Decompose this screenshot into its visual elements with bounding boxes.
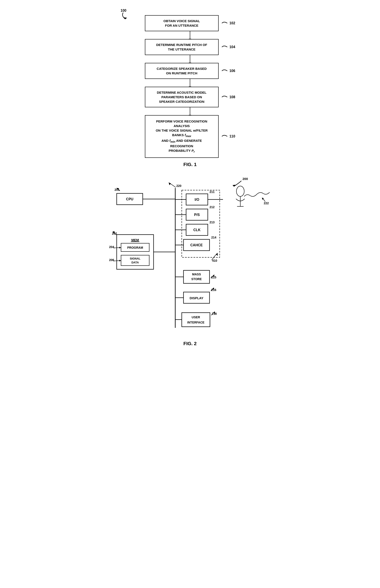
svg-point-3: [236, 186, 244, 196]
flow-row-106: CATEGORIZE SPEAKER BASEDON RUNTIME PITCH…: [108, 63, 272, 79]
svg-text:P/S: P/S: [194, 213, 200, 217]
svg-text:211: 211: [209, 190, 215, 194]
ref-108: 108: [229, 95, 235, 99]
fig2-svg: 200 222 220: [108, 176, 272, 341]
svg-text:USER: USER: [192, 315, 200, 319]
ref-110-arrow: [221, 134, 229, 139]
svg-text:220: 220: [176, 184, 182, 187]
microphone-illustration: 222: [236, 186, 270, 206]
svg-text:DATA: DATA: [132, 261, 139, 264]
flow-row-110: PERFORM VOICE RECOGNITION ANALYSIS ON TH…: [108, 115, 272, 158]
arrow-2: [190, 55, 190, 63]
step-106-box: CATEGORIZE SPEAKER BASEDON RUNTIME PITCH: [145, 63, 219, 79]
svg-text:I/O: I/O: [194, 198, 199, 202]
ref-106: 106: [229, 69, 235, 73]
svg-text:222: 222: [264, 202, 269, 205]
ref-100: 100: [121, 9, 126, 13]
ref-104-arrow: [221, 44, 229, 50]
fig2-inner: 200 222 220: [108, 176, 272, 341]
svg-text:213: 213: [209, 220, 215, 224]
ref-108-arrow: [221, 94, 229, 100]
flow-row-102: OBTAIN VOICE SIGNALFOR AN UTTERANCE 102: [108, 15, 272, 31]
svg-text:204: 204: [109, 245, 114, 249]
step-104-box: DETERMINE RUNTIME PITCH OFTHE UTTERANCE: [145, 39, 219, 55]
fig1-label: FIG. 1: [183, 162, 196, 167]
svg-text:MASS: MASS: [192, 273, 201, 276]
svg-text:MEM: MEM: [132, 238, 139, 242]
svg-text:CAHCE: CAHCE: [190, 243, 203, 247]
step-110-box: PERFORM VOICE RECOGNITION ANALYSIS ON TH…: [145, 115, 219, 158]
svg-text:214: 214: [211, 236, 216, 239]
fig2-diagram: 200 222 220: [108, 176, 272, 347]
svg-rect-63: [182, 313, 210, 327]
arrow-4: [190, 107, 190, 115]
flow-row-104: DETERMINE RUNTIME PITCH OFTHE UTTERANCE …: [108, 39, 272, 55]
fig2-label: FIG. 2: [108, 341, 272, 347]
svg-text:CLK: CLK: [193, 228, 201, 232]
flow-row-108: DETERMINE ACOUSTIC MODELPARAMETERS BASED…: [108, 87, 272, 107]
ref-102: 102: [229, 21, 235, 25]
svg-text:SIGNAL: SIGNAL: [130, 257, 140, 260]
ref-110: 110: [229, 134, 235, 138]
svg-text:200: 200: [243, 177, 248, 181]
svg-text:DISPLAY: DISPLAY: [190, 296, 203, 300]
svg-text:PROGRAM: PROGRAM: [127, 246, 143, 249]
step-102-box: OBTAIN VOICE SIGNALFOR AN UTTERANCE: [145, 15, 219, 31]
svg-text:CPU: CPU: [126, 197, 133, 201]
svg-text:206: 206: [109, 258, 114, 262]
ref-102-arrow: [221, 21, 229, 26]
svg-text:INTERFACE: INTERFACE: [187, 321, 204, 324]
ref-104: 104: [229, 45, 235, 49]
ref-106-arrow: [221, 68, 229, 74]
svg-text:410: 410: [212, 259, 217, 262]
arrow-3: [190, 79, 190, 87]
svg-text:STORE: STORE: [191, 277, 202, 281]
fig1-diagram: 100 OBTAIN VOICE SIGNALFOR AN UTTERANCE …: [108, 9, 272, 174]
svg-text:212: 212: [209, 205, 215, 209]
svg-rect-52: [184, 270, 209, 283]
step-108-box: DETERMINE ACOUSTIC MODELPARAMETERS BASED…: [145, 87, 219, 107]
arrow-1: [190, 31, 190, 39]
